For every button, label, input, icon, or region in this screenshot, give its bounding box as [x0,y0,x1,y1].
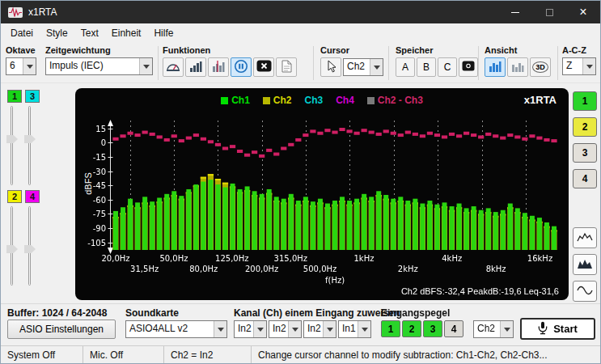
view-3d-button[interactable]: 3D [530,57,551,77]
group-funktionen: Funktionen [163,45,297,77]
right-channel-3-button[interactable]: 3 [573,143,597,163]
left-channel-2-indicator[interactable]: 2 [7,190,22,203]
memory-a-button[interactable]: A [396,57,415,77]
cursor-label: Cursor [320,45,383,55]
right-channel-1-button[interactable]: 1 [573,91,597,111]
left-channel-3-indicator[interactable]: 3 [25,90,40,103]
group-acz: A-C-Z Z [562,45,596,75]
document-button[interactable] [276,57,297,77]
slider-thumb[interactable] [6,245,18,253]
maximize-button[interactable] [532,1,566,23]
spectrogram-view-button[interactable] [573,254,597,275]
oscilloscope-view-button[interactable] [573,281,597,302]
chevron-down-icon[interactable] [288,321,301,337]
chevron-down-icon[interactable] [358,321,370,337]
chevron-down-icon[interactable] [139,58,152,74]
status-system: System Off [1,346,83,364]
asio-settings-button[interactable]: ASIO Einstellungen [7,320,116,339]
gain-slider-ch4[interactable] [23,206,36,286]
menu-text[interactable]: Text [74,25,105,41]
memory-c-button[interactable]: C [438,57,457,77]
menu-style[interactable]: Style [40,25,74,41]
slider-thumb[interactable] [24,135,36,143]
bars-blue-icon [489,61,502,74]
assign-label: Kanal (Ch) einem Eingang zuweisen [234,307,400,319]
bar-graph-cursor-button[interactable] [208,57,229,77]
chevron-down-icon[interactable] [323,321,336,337]
toolbar: Oktave 6 Zeitgewichtung Impuls (IEC) Fun… [1,43,600,83]
soundcard-label: Soundkarte [125,307,179,319]
zeitgewichtung-select[interactable]: Impuls (IEC) [45,57,153,75]
input-level-1[interactable]: 1 [381,320,400,337]
group-zeitgewichtung: Zeitgewichtung Impuls (IEC) [45,45,153,75]
soundcard-select[interactable]: ASIO4ALL v2 [125,320,227,338]
app-window: x1RTA × Datei Style Text Einheit Hilfe O… [0,0,601,364]
right-channel-2-button[interactable]: 2 [573,117,597,137]
chevron-down-icon[interactable] [23,58,36,74]
buffer-label: Buffer: 1024 / 64-2048 [7,307,107,319]
cursor-readout: Ch2 dBFS:-32,4 PeakdB:-19,6 Leq-31,6 [401,286,559,296]
assign-ch1-select[interactable]: In2 [234,320,267,338]
window-title: x1RTA [28,6,57,18]
start-button[interactable]: Start [520,318,595,340]
view-bars-button[interactable] [485,57,506,77]
minimize-button[interactable] [498,1,532,23]
toolbar-separator [313,46,314,80]
menu-datei[interactable]: Datei [4,25,40,41]
chevron-down-icon[interactable] [370,59,383,75]
view-bars-alt-button[interactable] [507,57,528,77]
weighting-select[interactable]: Z [562,57,596,75]
chevron-down-icon[interactable] [582,58,595,74]
input-level-3[interactable]: 3 [423,320,442,337]
line-view-button[interactable] [573,227,597,248]
bar-graph-button[interactable] [185,57,206,77]
toolbar-separator [478,46,479,80]
assign-ch3-select[interactable]: In2 [303,320,336,338]
oktave-label: Oktave [6,45,36,55]
group-oktave: Oktave 6 [6,45,36,75]
left-channel-1-indicator[interactable]: 1 [7,90,22,103]
group-cursor: Cursor Ch2 [320,45,383,77]
slider-thumb[interactable] [24,245,36,253]
input-level-4[interactable]: 4 [444,320,463,337]
titlebar: x1RTA × [1,1,600,23]
level-meter-icon [166,60,180,74]
chevron-down-icon[interactable] [214,321,226,337]
window-controls: × [498,1,600,23]
chevron-down-icon[interactable] [253,321,266,337]
cursor-tool-button[interactable] [320,57,341,77]
memory-b-button[interactable]: B [417,57,436,77]
right-channel-4-button[interactable]: 4 [573,169,597,188]
spectrum-canvas[interactable] [75,88,569,300]
pause-button[interactable] [231,57,252,77]
menu-einheit[interactable]: Einheit [105,25,148,41]
chevron-down-icon[interactable] [500,321,513,337]
status-hint: Change cursor channel to modify subtract… [252,346,600,364]
clear-button[interactable] [253,57,274,77]
assign-ch2-select[interactable]: In2 [269,320,302,338]
memory-store-button[interactable] [459,57,478,77]
gain-slider-ch3[interactable] [23,106,36,185]
input-level-2[interactable]: 2 [402,320,421,337]
close-button[interactable]: × [566,1,600,23]
funktionen-label: Funktionen [163,45,297,55]
menu-hilfe[interactable]: Hilfe [147,25,180,41]
slider-thumb[interactable] [6,135,18,143]
monitor-channel-select[interactable]: Ch2 [473,320,514,338]
slider-groove [11,106,13,185]
minimize-icon [511,12,519,13]
gain-slider-ch1[interactable] [6,106,19,185]
acz-label: A-C-Z [562,45,596,55]
bar-graph-icon [189,61,202,74]
left-channel-4-indicator[interactable]: 4 [25,190,40,203]
level-meter-button[interactable] [163,57,184,77]
toolbar-separator [557,46,558,80]
assign-ch4-select[interactable]: In1 [338,320,371,338]
oktave-select[interactable]: 6 [6,57,36,75]
main-area: 1 3 2 4 Ch1 Ch2 Ch3 Ch4 Ch2 - Ch3 [1,83,600,303]
maximize-icon [546,9,553,16]
bar-graph-cursor-icon [212,61,225,74]
zeitgewichtung-label: Zeitgewichtung [45,45,153,55]
gain-slider-ch2[interactable] [6,206,19,286]
cursor-channel-select[interactable]: Ch2 [343,58,383,76]
